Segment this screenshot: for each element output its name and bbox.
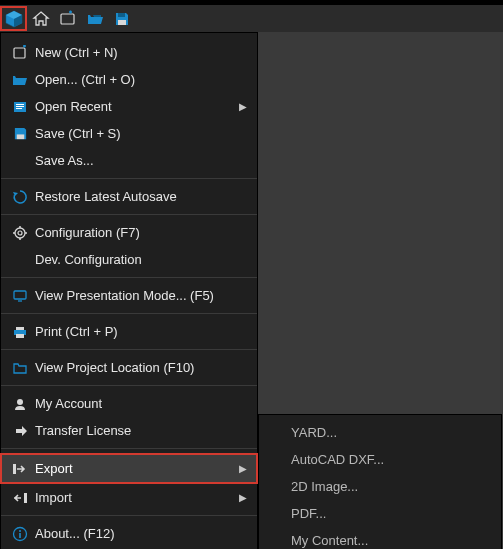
menu-separator	[1, 313, 257, 314]
menu-save-as-label: Save As...	[31, 153, 247, 168]
menu-export[interactable]: Export▶	[0, 453, 258, 484]
menu-restore-autosave[interactable]: Restore Latest Autosave	[1, 183, 257, 210]
submenu-arrow-icon: ▶	[237, 101, 247, 112]
menu-separator	[1, 448, 257, 449]
svg-rect-6	[14, 48, 25, 58]
new-project-button[interactable]	[54, 5, 81, 32]
menu-new[interactable]: New (Ctrl + N)	[1, 39, 257, 66]
svg-rect-22	[16, 334, 24, 338]
export-submenu: YARD...AutoCAD DXF...2D Image...PDF...My…	[258, 414, 502, 549]
menu-open[interactable]: Open... (Ctrl + O)	[1, 66, 257, 93]
menu-my-account-label: My Account	[31, 396, 247, 411]
menu-transfer-license[interactable]: Transfer License	[1, 417, 257, 444]
export-yard-label: YARD...	[287, 425, 491, 440]
menu-open-recent-label: Open Recent	[31, 99, 237, 114]
folder-icon	[9, 360, 31, 376]
menu-import-label: Import	[31, 490, 237, 505]
svg-rect-18	[14, 291, 26, 299]
export-2d-image[interactable]: 2D Image...	[259, 473, 501, 500]
recent-icon	[9, 99, 31, 115]
open-folder-button[interactable]	[81, 5, 108, 32]
menu-separator	[1, 385, 257, 386]
menu-transfer-license-label: Transfer License	[31, 423, 247, 438]
menu-presentation[interactable]: View Presentation Mode... (F5)	[1, 282, 257, 309]
menu-my-account[interactable]: My Account	[1, 390, 257, 417]
menu-about[interactable]: About... (F12)	[1, 520, 257, 547]
svg-rect-25	[24, 493, 27, 503]
svg-rect-5	[118, 20, 126, 25]
app-logo-icon	[5, 10, 23, 28]
import-icon	[9, 490, 31, 506]
export-dxf-label: AutoCAD DXF...	[287, 452, 491, 467]
export-my-content-label: My Content...	[287, 533, 491, 548]
svg-rect-24	[13, 464, 16, 474]
user-icon	[9, 396, 31, 412]
menu-configuration-label: Configuration (F7)	[31, 225, 247, 240]
menu-save-label: Save (Ctrl + S)	[31, 126, 247, 141]
menu-restore-autosave-label: Restore Latest Autosave	[31, 189, 247, 204]
export-icon	[9, 461, 31, 477]
svg-point-13	[18, 231, 22, 235]
menu-configuration[interactable]: Configuration (F7)	[1, 219, 257, 246]
new-icon	[9, 45, 31, 61]
menu-new-label: New (Ctrl + N)	[31, 45, 247, 60]
monitor-icon	[9, 288, 31, 304]
svg-rect-21	[16, 327, 24, 330]
menu-save[interactable]: Save (Ctrl + S)	[1, 120, 257, 147]
menu-import[interactable]: Import▶	[1, 484, 257, 511]
app-logo-button[interactable]	[0, 6, 27, 31]
svg-rect-10	[16, 108, 22, 109]
menu-separator	[1, 277, 257, 278]
submenu-arrow-icon: ▶	[237, 463, 247, 474]
open-folder-icon	[86, 10, 104, 28]
menu-print-label: Print (Ctrl + P)	[31, 324, 247, 339]
menu-separator	[1, 515, 257, 516]
menu-about-label: About... (F12)	[31, 526, 247, 541]
export-pdf[interactable]: PDF...	[259, 500, 501, 527]
gear-icon	[9, 225, 31, 241]
menu-save-as[interactable]: Save As...	[1, 147, 257, 174]
svg-point-12	[15, 228, 25, 238]
menu-project-location-label: View Project Location (F10)	[31, 360, 247, 375]
open-icon	[9, 72, 31, 88]
transfer-icon	[9, 423, 31, 439]
menu-separator	[1, 349, 257, 350]
export-pdf-label: PDF...	[287, 506, 491, 521]
svg-rect-9	[16, 106, 24, 107]
new-project-icon	[59, 10, 77, 28]
save-icon	[114, 11, 130, 27]
menu-separator	[1, 214, 257, 215]
submenu-arrow-icon: ▶	[237, 492, 247, 503]
svg-point-27	[19, 530, 21, 532]
svg-rect-4	[118, 13, 125, 17]
svg-rect-11	[16, 134, 24, 139]
export-2d-image-label: 2D Image...	[287, 479, 491, 494]
menu-dev-configuration-label: Dev. Configuration	[31, 252, 247, 267]
save-button[interactable]	[108, 5, 135, 32]
restore-icon	[9, 189, 31, 205]
menu-open-recent[interactable]: Open Recent▶	[1, 93, 257, 120]
export-my-content[interactable]: My Content...	[259, 527, 501, 549]
svg-rect-3	[61, 14, 74, 24]
file-menu: New (Ctrl + N)Open... (Ctrl + O)Open Rec…	[0, 32, 258, 549]
menu-print[interactable]: Print (Ctrl + P)	[1, 318, 257, 345]
toolbar	[0, 5, 503, 33]
info-icon	[9, 526, 31, 542]
export-yard[interactable]: YARD...	[259, 419, 501, 446]
svg-rect-8	[16, 104, 24, 105]
svg-rect-28	[19, 533, 21, 538]
menu-project-location[interactable]: View Project Location (F10)	[1, 354, 257, 381]
home-button[interactable]	[27, 5, 54, 32]
menu-export-label: Export	[31, 461, 237, 476]
svg-point-23	[17, 399, 23, 405]
menu-separator	[1, 178, 257, 179]
menu-open-label: Open... (Ctrl + O)	[31, 72, 247, 87]
menu-presentation-label: View Presentation Mode... (F5)	[31, 288, 247, 303]
home-icon	[32, 10, 50, 28]
print-icon	[9, 324, 31, 340]
menu-dev-configuration[interactable]: Dev. Configuration	[1, 246, 257, 273]
save-icon	[9, 126, 31, 141]
export-dxf[interactable]: AutoCAD DXF...	[259, 446, 501, 473]
